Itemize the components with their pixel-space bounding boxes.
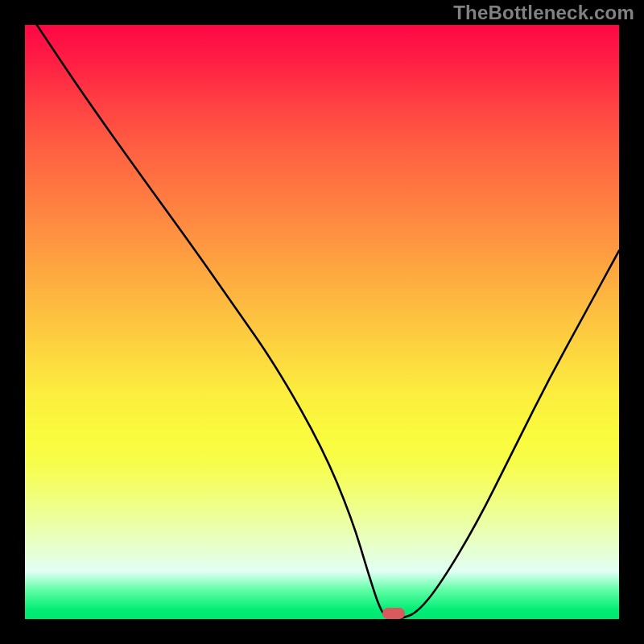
bottleneck-curve	[25, 25, 619, 619]
chart-frame: TheBottleneck.com	[0, 0, 644, 644]
watermark-text: TheBottleneck.com	[453, 2, 634, 24]
plot-area	[25, 25, 619, 619]
optimal-marker	[382, 608, 405, 619]
curve-path	[37, 25, 619, 619]
